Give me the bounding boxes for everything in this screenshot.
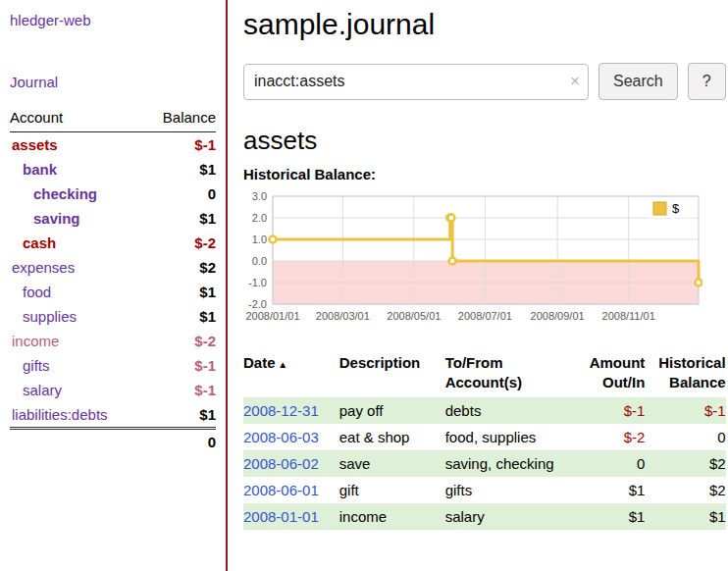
account-link-salary[interactable]: salary (23, 382, 62, 398)
transaction-date-link[interactable]: 2008-01-01 (243, 503, 339, 530)
register-row: 2008-06-02savesaving, checking0$2 (243, 450, 726, 477)
transaction-date-link[interactable]: 2008-06-01 (243, 477, 339, 503)
register-row: 2008-12-31pay offdebts$-1$-1 (243, 397, 726, 424)
clear-search-icon[interactable]: × (570, 72, 580, 91)
accounts-header-row: Account Balance (10, 106, 216, 132)
account-balance: $1 (143, 280, 216, 304)
account-link-food[interactable]: food (23, 284, 51, 300)
chart-title: Historical Balance: (243, 166, 726, 182)
transaction-balance: $1 (645, 503, 725, 530)
hledger-web-app: hledger-web Journal Account Balance asse… (0, 0, 728, 571)
account-row: food$1 (10, 280, 216, 304)
account-balance: $-1 (143, 353, 216, 378)
accounts-total-balance: 0 (143, 429, 216, 455)
account-row: liabilities:debts$1 (10, 402, 216, 429)
svg-text:-1.0: -1.0 (248, 277, 267, 288)
svg-text:2008/01/01: 2008/01/01 (245, 310, 299, 322)
account-cell: bank (10, 157, 143, 182)
transaction-balance: $-1 (645, 397, 725, 424)
account-link-liabilities-debts[interactable]: liabilities:debts (12, 406, 108, 423)
account-link-checking[interactable]: checking (33, 185, 97, 202)
transaction-amount: $-2 (564, 424, 645, 450)
transaction-date-link[interactable]: 2008-06-03 (243, 424, 339, 450)
account-balance: $1 (143, 402, 216, 429)
legend-swatch (653, 202, 666, 215)
account-link-cash[interactable]: cash (23, 234, 56, 251)
account-row: assets$-1 (10, 132, 216, 158)
account-link-saving[interactable]: saving (33, 210, 80, 227)
register-row: 2008-01-01incomesalary$1$1 (243, 503, 726, 530)
svg-text:1.0: 1.0 (252, 234, 267, 245)
help-button[interactable]: ? (688, 63, 726, 100)
svg-text:0.0: 0.0 (252, 255, 267, 267)
svg-text:2008/07/01: 2008/07/01 (458, 310, 512, 322)
search-input-wrap: × (243, 64, 589, 100)
accounts-header-account: Account (10, 106, 143, 132)
transaction-accounts: food, supplies (445, 424, 564, 450)
register-header-accounts: To/From Account(s) (445, 351, 564, 397)
account-row: cash$-2 (10, 231, 216, 255)
transaction-date-link[interactable]: 2008-06-02 (243, 450, 339, 477)
account-cell: income (10, 329, 143, 353)
account-row: salary$-1 (10, 378, 216, 402)
search-bar: × Search ? (243, 63, 726, 100)
account-cell: supplies (10, 304, 143, 329)
account-balance: $-2 (143, 329, 216, 353)
account-balance: $1 (143, 206, 216, 231)
sort-asc-icon: ▲ (276, 359, 288, 370)
historical-balance-chart: 3.02.01.00.0-1.0-2.02008/01/012008/03/01… (243, 188, 714, 341)
search-input[interactable] (243, 64, 589, 100)
transaction-description: eat & shop (339, 424, 445, 450)
account-link-assets[interactable]: assets (12, 136, 58, 153)
transaction-description: save (339, 450, 445, 477)
sidebar-item-journal[interactable]: Journal (10, 74, 216, 90)
account-cell: gifts (10, 353, 143, 378)
account-row: bank$1 (10, 157, 216, 182)
account-cell: salary (10, 378, 143, 402)
account-balance: $1 (143, 157, 216, 182)
app-title-link[interactable]: hledger-web (10, 12, 216, 28)
register-header-row: Date ▲DescriptionTo/From Account(s)Amoun… (243, 351, 726, 397)
account-balance: $-1 (143, 132, 216, 158)
svg-text:2008/05/01: 2008/05/01 (387, 310, 441, 322)
transaction-description: gift (339, 477, 445, 503)
balance-chart-svg: 3.02.01.00.0-1.0-2.02008/01/012008/03/01… (243, 188, 702, 337)
account-cell: liabilities:debts (10, 402, 143, 429)
register-header-description: Description (339, 351, 445, 397)
transaction-amount: $1 (564, 503, 645, 530)
transaction-amount: $1 (564, 477, 645, 503)
account-balance: 0 (143, 182, 216, 206)
svg-text:$: $ (672, 201, 680, 216)
account-link-bank[interactable]: bank (23, 161, 57, 178)
account-row: gifts$-1 (10, 353, 216, 378)
register-header-amount: Amount Out/In (564, 351, 645, 397)
accounts-total-spacer (10, 429, 143, 455)
transaction-date-link[interactable]: 2008-12-31 (243, 397, 339, 424)
account-link-supplies[interactable]: supplies (23, 308, 77, 325)
account-link-income[interactable]: income (12, 333, 59, 349)
transaction-amount: $-1 (564, 397, 645, 424)
account-balance: $-1 (143, 378, 216, 402)
svg-text:2008/11/01: 2008/11/01 (602, 310, 655, 322)
transaction-balance: $2 (645, 450, 725, 477)
account-balance: $2 (143, 255, 216, 280)
accounts-header-balance: Balance (143, 106, 216, 132)
account-link-expenses[interactable]: expenses (12, 259, 75, 276)
transaction-description: pay off (339, 397, 445, 424)
account-row: supplies$1 (10, 304, 216, 329)
section-title: assets (243, 126, 726, 156)
sidebar: hledger-web Journal Account Balance asse… (0, 0, 228, 571)
account-link-gifts[interactable]: gifts (23, 357, 50, 374)
transaction-amount: 0 (564, 450, 645, 477)
register-row: 2008-06-03eat & shopfood, supplies$-20 (243, 424, 726, 450)
account-cell: checking (10, 182, 143, 206)
transaction-accounts: saving, checking (445, 450, 564, 477)
account-cell: expenses (10, 255, 143, 280)
search-button[interactable]: Search (598, 63, 678, 100)
main-content: sample.journal × Search ? assets Histori… (228, 0, 728, 571)
svg-text:2008/03/01: 2008/03/01 (316, 310, 370, 322)
register-header-date[interactable]: Date ▲ (243, 351, 339, 397)
transaction-accounts: debts (445, 397, 564, 424)
account-cell: cash (10, 231, 143, 255)
account-row: saving$1 (10, 206, 216, 231)
